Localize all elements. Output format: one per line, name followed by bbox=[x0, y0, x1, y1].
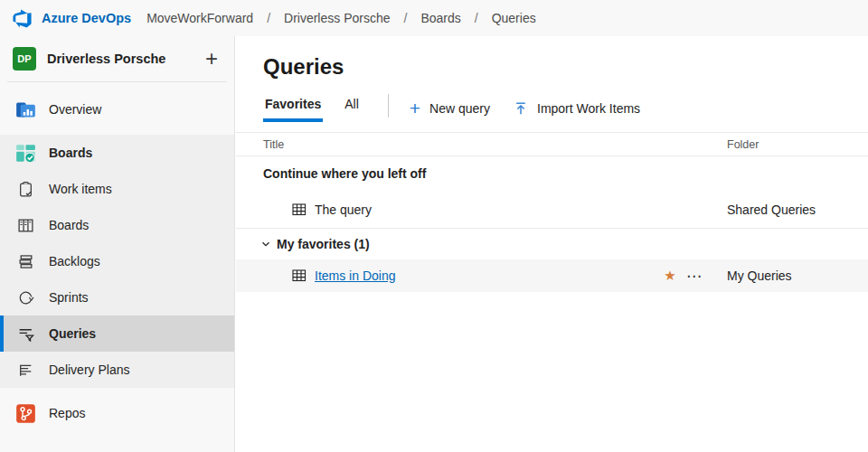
plus-icon: + bbox=[410, 101, 420, 116]
breadcrumb-queries[interactable]: Queries bbox=[492, 11, 536, 25]
sidebar-item-label: Sprints bbox=[49, 290, 89, 305]
tab-all[interactable]: All bbox=[343, 93, 361, 122]
upload-icon bbox=[514, 101, 528, 116]
sidebar-item-label: Queries bbox=[49, 326, 96, 341]
query-table-icon bbox=[292, 203, 307, 216]
brand-title[interactable]: Azure DevOps bbox=[42, 11, 131, 25]
work-items-icon bbox=[14, 178, 36, 200]
query-folder: Shared Queries bbox=[722, 202, 868, 217]
pivot-divider bbox=[388, 94, 389, 118]
breadcrumb: MoveWorkForward / Driverless Porsche / B… bbox=[146, 11, 536, 25]
breadcrumb-boards[interactable]: Boards bbox=[420, 11, 460, 25]
sidebar-item-boards[interactable]: Boards bbox=[0, 207, 234, 243]
my-favorites-label: My favorites (1) bbox=[277, 237, 370, 251]
sprints-icon bbox=[14, 287, 36, 308]
kanban-board-icon bbox=[14, 214, 36, 236]
sidebar-item-label: Overview bbox=[49, 102, 101, 117]
sidebar-item-label: Boards bbox=[49, 218, 89, 232]
chevron-down-icon[interactable] bbox=[260, 239, 271, 250]
new-query-button[interactable]: + New query bbox=[410, 101, 490, 116]
sidebar-item-backlogs[interactable]: Backlogs bbox=[0, 243, 234, 279]
favorite-star-icon[interactable]: ★ bbox=[656, 268, 684, 284]
query-title-cell: Items in Doing bbox=[236, 268, 656, 283]
breadcrumb-project[interactable]: Driverless Porsche bbox=[284, 11, 390, 25]
project-name: Driverless Porsche bbox=[47, 52, 202, 66]
query-folder: My Queries bbox=[722, 268, 868, 283]
import-work-items-label: Import Work Items bbox=[537, 101, 640, 116]
add-project-button[interactable]: + bbox=[202, 50, 222, 68]
project-avatar: DP bbox=[13, 47, 36, 71]
breadcrumb-organization[interactable]: MoveWorkForward bbox=[146, 11, 253, 25]
query-title-link[interactable]: Items in Doing bbox=[315, 268, 395, 283]
boards-hub-icon bbox=[14, 142, 36, 164]
main-content: Queries Favorites All + New query Import… bbox=[236, 36, 868, 452]
repos-icon bbox=[14, 402, 36, 424]
project-header: DP Driverless Porsche + bbox=[0, 36, 234, 81]
sidebar-item-overview[interactable]: Overview bbox=[0, 91, 234, 127]
queries-icon bbox=[14, 323, 36, 344]
sidebar-item-sprints[interactable]: Sprints bbox=[0, 279, 234, 315]
table-row-items-in-doing[interactable]: Items in Doing ★ ⋯ My Queries bbox=[236, 259, 868, 292]
pivot-bar: Favorites All + New query Import Work It… bbox=[263, 93, 841, 122]
queries-table: Title Folder Continue where you left off… bbox=[236, 132, 868, 292]
overview-icon bbox=[14, 99, 36, 120]
delivery-plans-icon bbox=[14, 359, 36, 381]
boards-nav-group: Boards Work items bbox=[0, 135, 234, 388]
table-header-row: Title Folder bbox=[236, 132, 868, 156]
breadcrumb-separator: / bbox=[267, 11, 270, 25]
sidebar-item-label: Delivery Plans bbox=[49, 363, 129, 377]
breadcrumb-separator: / bbox=[404, 11, 408, 25]
page-title: Queries bbox=[263, 54, 868, 80]
query-title-cell: The query bbox=[236, 202, 656, 217]
backlogs-icon bbox=[14, 250, 36, 272]
column-header-folder: Folder bbox=[722, 138, 868, 151]
more-options-button[interactable]: ⋯ bbox=[684, 267, 722, 286]
query-title[interactable]: The query bbox=[315, 202, 372, 217]
sidebar: DP Driverless Porsche + Overview bbox=[0, 36, 235, 452]
sidebar-item-queries[interactable]: Queries bbox=[0, 315, 234, 352]
section-header-my-favorites[interactable]: My favorites (1) bbox=[236, 229, 868, 259]
sidebar-nav: Overview Boards bbox=[0, 82, 234, 452]
top-bar: Azure DevOps MoveWorkForward / Driverles… bbox=[0, 0, 868, 36]
breadcrumb-separator: / bbox=[475, 11, 478, 25]
new-query-label: New query bbox=[429, 101, 490, 116]
azure-devops-logo-icon[interactable] bbox=[12, 8, 33, 29]
sidebar-item-label: Repos bbox=[49, 406, 85, 420]
sidebar-item-repos[interactable]: Repos bbox=[0, 395, 234, 431]
sidebar-item-delivery-plans[interactable]: Delivery Plans bbox=[0, 352, 234, 388]
sidebar-item-label: Work items bbox=[49, 182, 112, 196]
import-work-items-button[interactable]: Import Work Items bbox=[514, 101, 640, 116]
sidebar-item-label: Boards bbox=[49, 146, 92, 160]
tab-favorites[interactable]: Favorites bbox=[263, 93, 323, 122]
column-header-title: Title bbox=[236, 138, 656, 151]
sidebar-item-pipelines-cutoff[interactable] bbox=[0, 446, 234, 452]
sidebar-item-label: Backlogs bbox=[49, 254, 100, 268]
sidebar-item-boards-hub[interactable]: Boards bbox=[0, 135, 234, 171]
table-row-the-query[interactable]: The query Shared Queries bbox=[236, 191, 868, 229]
section-header-continue: Continue where you left off bbox=[236, 156, 868, 191]
sidebar-item-work-items[interactable]: Work items bbox=[0, 171, 234, 207]
query-table-icon bbox=[292, 269, 307, 282]
